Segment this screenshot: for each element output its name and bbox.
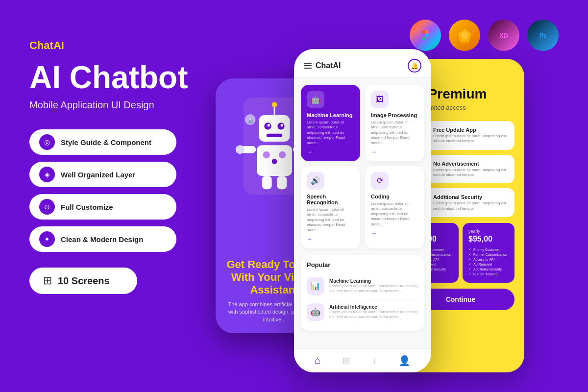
hamburger-menu[interactable] — [304, 63, 312, 69]
free-update-desc: Lorem ipsum dolor sit amet, adipiscing e… — [433, 134, 509, 144]
layers-label: Well Organized Layer — [61, 171, 135, 179]
svg-point-20 — [236, 145, 245, 154]
machine-learning-card[interactable]: 🤖 Machine Learning Lorem ipsum dolor sit… — [301, 85, 360, 161]
popular-section: Popular 📊 Machine Learning Lorem ipsum d… — [301, 255, 424, 331]
screens-badge: ⊞ 10 Screens — [29, 268, 137, 294]
feature-item-design: ✦ Clean & Modern Design — [29, 226, 176, 252]
svg-rect-6 — [259, 115, 290, 142]
image-processing-card-arrow: → — [371, 148, 418, 155]
customize-label: Full Customize — [61, 203, 113, 211]
coding-card[interactable]: ⟳ Coding Lorem ipsum dolor sit amet, con… — [365, 166, 424, 248]
speech-recognition-card-icon: 🔊 — [307, 172, 324, 190]
svg-rect-21 — [262, 176, 272, 189]
machine-learning-card-desc: Lorem ipsum dolor sit amet, consectetur … — [307, 120, 354, 146]
popular-ai-desc: Lorem ipsum dolor sit amet, consectetur … — [329, 310, 418, 320]
feature-item-customize: ⊙ Full Customize — [29, 194, 176, 220]
screens-icon: ⊞ — [43, 274, 52, 287]
speech-recognition-card-title: Speech Recognition — [307, 194, 354, 205]
svg-point-16 — [272, 159, 277, 164]
popular-ml-title: Machine Learning — [329, 278, 418, 284]
figma-icon — [410, 20, 441, 51]
image-processing-card-icon: 🖼 — [371, 91, 389, 108]
yearly-item-2: ✓Further Customization — [468, 252, 509, 256]
customize-icon: ⊙ — [39, 199, 55, 215]
phone-white-title: ChatAI — [316, 61, 341, 70]
svg-text:XD: XD — [499, 32, 508, 39]
svg-rect-22 — [277, 176, 287, 189]
notification-bell-icon[interactable]: 🔔 — [408, 59, 421, 73]
screens-label: 10 Screens — [58, 275, 110, 287]
tool-icons-container: XD Ps — [410, 20, 559, 51]
design-icon: ✦ — [39, 231, 55, 247]
speech-recognition-card[interactable]: 🔊 Speech Recognition Lorem ipsum dolor s… — [301, 166, 360, 248]
svg-point-10 — [281, 124, 283, 126]
feature-item-layers: ◈ Well Organized Layer — [29, 162, 176, 187]
svg-point-15 — [263, 151, 270, 158]
grid-tab-icon[interactable]: ⊞ — [342, 355, 350, 367]
popular-ml-icon: 📊 — [307, 277, 324, 295]
style-guide-icon: ◎ — [39, 134, 55, 150]
speech-recognition-card-desc: Lorem ipsum dolor sit amet, consectetur … — [307, 207, 354, 233]
download-tab-icon[interactable]: ↓ — [372, 355, 377, 367]
speech-recognition-card-arrow: → — [307, 236, 354, 243]
popular-ai-icon: 🤖 — [307, 303, 324, 321]
yearly-pricing-card[interactable]: yearly $95,00 ✓Priority Customer ✓Furthe… — [463, 223, 514, 283]
style-guide-label: Style Guide & Component — [61, 138, 151, 147]
popular-ml-desc: Lorem ipsum dolor sit amet, consectetur … — [329, 284, 418, 294]
yearly-item-6: ✓Further Training — [468, 272, 509, 276]
image-processing-card[interactable]: 🖼 Image Processing Lorem ipsum dolor sit… — [365, 85, 424, 161]
no-ads-desc: Lorem ipsum dolor sit amet, adipiscing e… — [433, 168, 509, 178]
phone-white-footer: ⌂ ⊞ ↓ 👤 — [294, 348, 431, 372]
machine-learning-card-title: Machine Learning — [307, 112, 354, 118]
yearly-item-1: ✓Priority Customer — [468, 247, 509, 251]
phone-white-header: ChatAI 🔔 — [294, 49, 431, 78]
phones-container: 🔬 💧 Get Ready To Chat With Your Virtual … — [186, 49, 588, 392]
svg-text:🔬: 🔬 — [247, 117, 254, 123]
phone-white[interactable]: ChatAI 🔔 🤖 Machine Learning Lorem ipsum … — [294, 49, 431, 372]
coding-card-icon: ⟳ — [371, 172, 389, 190]
yearly-period: yearly — [468, 229, 509, 234]
design-label: Clean & Modern Design — [61, 235, 143, 244]
popular-title: Popular — [307, 261, 418, 269]
yearly-item-5: ✓Additional Security — [468, 267, 509, 271]
security-desc: Lorem ipsum dolor sit amet, adipiscing e… — [433, 201, 509, 211]
yearly-item-4: ✓Ad Removal — [468, 262, 509, 266]
image-processing-card-title: Image Processing — [371, 112, 418, 118]
layers-icon: ◈ — [39, 167, 55, 182]
machine-learning-card-icon: 🤖 — [307, 91, 324, 108]
phone-white-body: 🤖 Machine Learning Lorem ipsum dolor sit… — [294, 78, 431, 348]
coding-card-title: Coding — [371, 194, 418, 199]
coding-card-arrow: → — [371, 230, 418, 237]
yearly-item-3: ✓Access to API — [468, 257, 509, 261]
free-update-title: Free Update App — [433, 127, 509, 133]
sketch-icon — [449, 20, 480, 51]
svg-point-13 — [272, 102, 277, 107]
popular-ai-title: Artificial Intelligence — [329, 304, 418, 310]
machine-learning-card-arrow: → — [307, 148, 354, 155]
no-ads-title: No Advertisement — [433, 161, 509, 167]
features-grid: 🤖 Machine Learning Lorem ipsum dolor sit… — [301, 85, 424, 248]
home-tab-icon[interactable]: ⌂ — [315, 355, 320, 367]
popular-ml-item[interactable]: 📊 Machine Learning Lorem ipsum dolor sit… — [307, 273, 418, 299]
photoshop-icon: Ps — [527, 20, 559, 51]
feature-item-style-guide: ◎ Style Guide & Component — [29, 129, 176, 155]
security-title: Additional Security — [433, 194, 509, 200]
svg-point-9 — [268, 124, 270, 126]
adobe-xd-icon: XD — [488, 20, 519, 51]
coding-card-desc: Lorem ipsum dolor sit amet, consectetur … — [371, 201, 418, 227]
svg-rect-11 — [267, 134, 282, 137]
svg-point-17 — [279, 151, 286, 158]
yearly-amount: $95,00 — [468, 235, 509, 244]
image-processing-card-desc: Lorem ipsum dolor sit amet, consectetur … — [371, 120, 418, 146]
svg-text:Ps: Ps — [539, 32, 547, 39]
profile-tab-icon[interactable]: 👤 — [398, 355, 411, 367]
popular-ai-item[interactable]: 🤖 Artificial Intelligence Lorem ipsum do… — [307, 299, 418, 325]
